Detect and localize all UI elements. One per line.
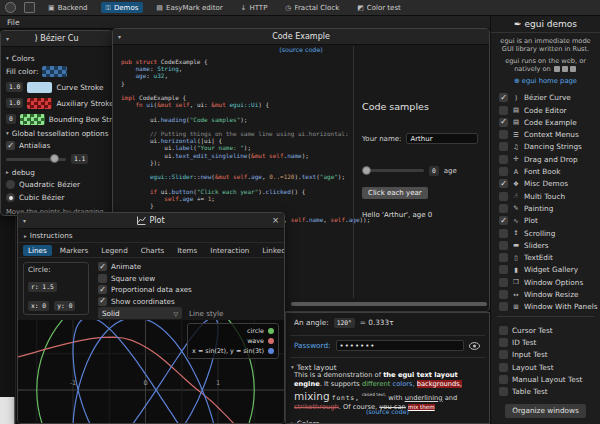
option-checkbox[interactable] [98,297,107,306]
plot-tab-linked-axes[interactable]: Linked Axes [257,245,285,256]
sidebar-item-context-menus[interactable]: ☰Context Menus [491,129,600,141]
age-slider[interactable] [362,169,424,172]
bezier-window-titlebar[interactable]: ▾ ) Bézier Cu [1,31,112,47]
demo-checkbox[interactable] [499,93,508,102]
sidebar-item-painting[interactable]: ✎Painting [491,202,600,214]
sidebar-item-id-test[interactable]: ID Test [491,336,600,348]
collapse-icon[interactable]: ▾ [6,35,9,42]
sidebar-item-textedit[interactable]: ▯TextEdit [491,251,600,263]
demo-checkbox[interactable] [499,229,508,238]
top-tab-fractal-clock[interactable]: ◷Fractal Clock [280,2,344,13]
colors-collapsing-header[interactable]: ▾ Colors [6,52,112,64]
plot-option-square-view[interactable]: Square view [98,273,192,285]
sidebar-item-bézier-curve[interactable]: )Bézier Curve [491,92,600,104]
antialias-checkbox[interactable] [6,141,15,150]
top-tab-demos[interactable]: ⚿Demos [101,2,144,13]
legend-entry[interactable]: x = sin(2t), y = sin(3t) [192,346,274,356]
demo-checkbox[interactable] [499,130,508,139]
stroke-color-swatch[interactable] [20,114,45,125]
theme-circle-button[interactable] [5,2,16,13]
demo-checkbox[interactable] [499,375,508,384]
sidebar-item-dancing-strings[interactable]: ♫Dancing Strings [491,141,600,153]
demo-checkbox[interactable] [499,350,508,359]
plot-tab-charts[interactable]: Charts [136,245,170,256]
top-tab-http[interactable]: ↓HTTP [236,2,273,13]
plot-canvas[interactable]: -101 circlewavex = sin(2t), y = sin(3t) [18,320,284,423]
top-tab-backend[interactable]: ▣Backend [43,2,93,13]
sidebar-item-sliders[interactable]: ▬Sliders [491,239,600,251]
top-tab-color-test[interactable]: ◩Color test [352,2,406,13]
angle-value-drag[interactable]: 120° [334,318,355,328]
sidebar-item-widget-gallery[interactable]: ▮Widget Gallery [491,264,600,276]
demo-checkbox[interactable] [499,363,508,372]
organize-windows-button[interactable]: Organize windows [505,404,586,418]
sidebar-item-font-book[interactable]: AFont Book [491,165,600,177]
sidebar-item-manual-layout-test[interactable]: Manual Layout Test [491,373,600,385]
demo-checkbox[interactable] [499,253,508,262]
colors-collapsing-header[interactable]: ▸ Colors [291,417,320,424]
plot-option-animate[interactable]: Animate [98,261,192,273]
sidebar-item-plot[interactable]: ∿Plot [491,215,600,227]
plot-tab-markers[interactable]: Markers [55,245,94,256]
stroke-color-swatch[interactable] [27,98,52,109]
line-style-combo[interactable]: Solid ▽ [98,307,182,319]
stroke-width-drag[interactable]: 1.0 [6,98,23,108]
sidebar-item-window-with-panels[interactable]: ⊞Window With Panels [491,301,600,313]
sidebar-item-scrolling[interactable]: ↕Scrolling [491,227,600,239]
plot-tab-legend[interactable]: Legend [96,245,132,256]
demo-checkbox[interactable] [499,155,508,164]
plot-tab-items[interactable]: Items [172,245,202,256]
demo-checkbox[interactable] [499,278,508,287]
sidebar-item-drag-and-drop[interactable]: ✛Drag and Drop [491,153,600,165]
source-code-link[interactable]: (source code) [113,46,489,54]
sidebar-item-input-test[interactable]: Input Test [491,349,600,361]
name-input[interactable]: Arthur [406,133,478,144]
demo-checkbox[interactable] [499,302,508,311]
sidebar-item-misc-demos[interactable]: ❖Misc Demos [491,178,600,190]
cubic-radio[interactable] [6,193,15,202]
file-menu[interactable]: File [7,18,20,27]
slider-knob[interactable] [362,166,371,175]
demo-checkbox[interactable] [499,204,508,213]
legend-entry[interactable]: circle [192,326,274,336]
demo-checkbox[interactable] [499,326,508,335]
stroke-width-drag[interactable]: 1.0 [6,82,23,92]
stroke-width-drag[interactable]: 0 [6,114,16,124]
demo-checkbox[interactable] [499,265,508,274]
instructions-collapsing-header[interactable]: ▸ Instructions [18,229,284,243]
tessellation-collapsing-header[interactable]: ▾ Global tessellation options [6,127,112,139]
source-code-link[interactable]: (source code) [286,408,489,415]
horizontal-scrollbar[interactable] [291,302,487,306]
demo-checkbox[interactable] [499,290,508,299]
egui-home-page-link[interactable]: ⊕ egui home page [491,77,600,85]
click-each-year-button[interactable]: Click each year [362,187,428,199]
show-password-eye-icon[interactable] [469,342,480,350]
quadratic-radio[interactable] [6,180,15,189]
fill-color-swatch[interactable] [42,66,67,77]
collapse-icon[interactable]: ▾ [23,217,26,224]
demo-checkbox[interactable] [499,216,508,225]
legend-entry[interactable]: wave [192,336,274,346]
circle-radius-drag[interactable]: r: 1.5 [28,282,57,292]
slider-knob[interactable] [50,154,59,163]
sidebar-item-table-test[interactable]: Table Test [491,385,600,397]
option-checkbox[interactable] [98,262,107,271]
collapse-icon[interactable]: ▾ [118,33,121,40]
demo-checkbox[interactable] [499,338,508,347]
demo-checkbox[interactable] [499,387,508,396]
demo-checkbox[interactable] [499,142,508,151]
frame-toggle-button[interactable] [24,2,35,13]
demo-checkbox[interactable] [499,241,508,250]
close-icon[interactable]: × [272,215,279,225]
password-input[interactable]: ••••••• [336,340,464,351]
demo-checkbox[interactable] [499,179,508,188]
circle-y-drag[interactable]: y: 0 [54,301,75,311]
option-checkbox[interactable] [98,285,107,294]
option-checkbox[interactable] [98,274,107,283]
sidebar-item-code-editor[interactable]: ▤Code Editor [491,104,600,116]
sidebar-item-window-resize[interactable]: ↔Window Resize [491,288,600,300]
demo-checkbox[interactable] [499,118,508,127]
sidebar-item-layout-test[interactable]: Layout Test [491,361,600,373]
circle-x-drag[interactable]: x: 0 [28,301,49,311]
sidebar-item-cursor-test[interactable]: Cursor Test [491,324,600,336]
